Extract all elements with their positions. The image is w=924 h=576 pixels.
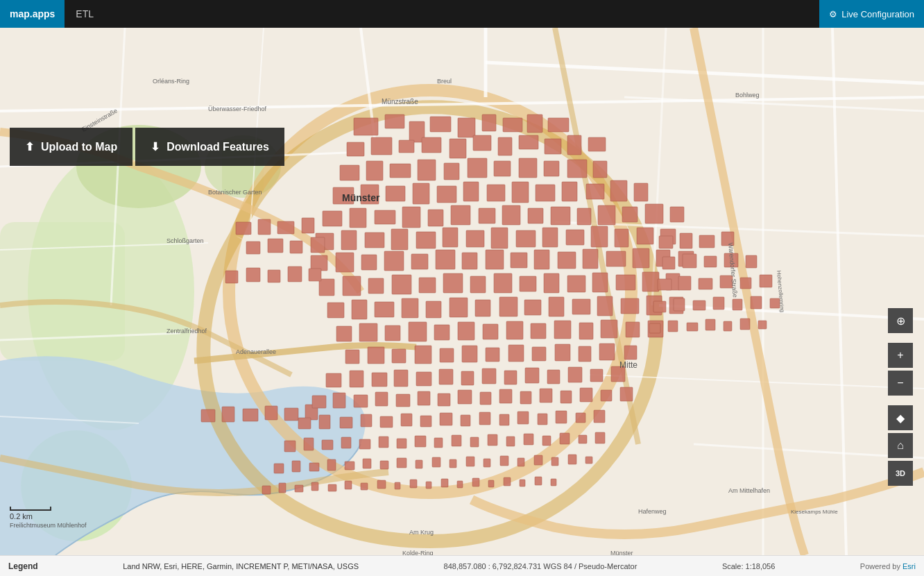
gear-icon: ⚙	[829, 9, 837, 19]
svg-text:Schloßgarten: Schloßgarten	[166, 237, 204, 244]
svg-rect-296	[699, 235, 715, 248]
powered-by-label: Powered by	[860, 562, 900, 570]
svg-rect-282	[377, 480, 386, 489]
svg-rect-36	[371, 137, 392, 155]
threed-button[interactable]: 3D	[888, 461, 913, 486]
svg-rect-86	[341, 230, 357, 250]
svg-rect-121	[443, 273, 463, 293]
svg-text:Münzstraße: Münzstraße	[382, 98, 418, 105]
download-features-button[interactable]: ⬇ Download Features	[135, 128, 284, 166]
svg-rect-286	[441, 479, 448, 487]
svg-rect-258	[309, 463, 319, 471]
svg-rect-309	[653, 301, 666, 312]
svg-rect-45	[588, 137, 606, 151]
svg-rect-112	[606, 251, 626, 266]
svg-rect-120	[419, 278, 436, 293]
svg-rect-82	[622, 207, 638, 222]
svg-rect-136	[450, 298, 468, 317]
svg-rect-110	[558, 252, 576, 269]
zoom-in-icon: +	[897, 349, 903, 362]
svg-rect-137	[475, 300, 490, 316]
svg-rect-53	[519, 158, 537, 178]
svg-rect-163	[415, 346, 431, 364]
svg-rect-250	[506, 437, 515, 446]
svg-rect-178	[268, 239, 283, 253]
svg-rect-263	[397, 458, 407, 468]
svg-rect-134	[402, 298, 418, 318]
svg-rect-139	[524, 300, 541, 315]
compass-button[interactable]: ⊕	[888, 308, 913, 333]
svg-rect-84	[670, 207, 684, 222]
svg-rect-292	[535, 477, 542, 485]
svg-rect-30	[458, 118, 475, 137]
svg-rect-27	[385, 115, 404, 128]
svg-rect-222	[298, 418, 311, 429]
svg-rect-226	[380, 416, 393, 427]
svg-rect-66	[562, 182, 577, 201]
svg-rect-273	[568, 455, 576, 464]
svg-rect-268	[484, 459, 490, 467]
svg-rect-175	[277, 221, 294, 234]
svg-rect-127	[592, 273, 608, 292]
svg-rect-187	[222, 407, 234, 422]
svg-rect-39	[450, 139, 466, 158]
svg-rect-215	[499, 389, 512, 403]
svg-rect-60	[413, 183, 429, 204]
svg-rect-251	[524, 434, 533, 445]
svg-rect-212	[438, 393, 450, 406]
svg-rect-132	[352, 300, 367, 319]
svg-text:Am Mittelhafen: Am Mittelhafen	[728, 487, 770, 494]
svg-rect-98	[637, 228, 653, 244]
svg-rect-256	[274, 464, 284, 473]
zoom-in-button[interactable]: +	[888, 343, 913, 368]
svg-text:Adenauerallee: Adenauerallee	[236, 348, 276, 355]
upload-to-map-button[interactable]: ⬆ Upload to Map	[10, 128, 132, 166]
svg-rect-169	[555, 344, 570, 361]
svg-text:Freilichtmuseum Mühlenhof: Freilichtmuseum Mühlenhof	[10, 522, 87, 529]
svg-rect-158	[626, 322, 640, 337]
live-config-button[interactable]: ⚙ Live Configuration	[819, 0, 924, 28]
svg-rect-238	[284, 441, 296, 452]
svg-rect-126	[567, 276, 585, 292]
svg-rect-283	[395, 482, 400, 489]
svg-rect-259	[327, 459, 336, 471]
svg-rect-284	[410, 480, 417, 488]
svg-rect-105	[436, 250, 455, 269]
svg-text:Bohlweg: Bohlweg	[735, 92, 760, 99]
svg-rect-101	[336, 253, 354, 272]
svg-rect-224	[340, 417, 352, 428]
svg-rect-59	[386, 186, 405, 201]
svg-rect-148	[385, 325, 400, 341]
svg-rect-47	[366, 161, 383, 180]
diamond-button[interactable]: ◆	[888, 405, 913, 430]
svg-rect-261	[363, 459, 371, 468]
svg-rect-154	[531, 323, 546, 339]
svg-rect-107	[486, 250, 504, 269]
map-container[interactable]: Münster Mitte Münzstraße Überwasser-Frie…	[0, 28, 924, 555]
svg-rect-72	[375, 210, 395, 224]
svg-rect-243	[379, 437, 388, 448]
svg-rect-264	[416, 460, 422, 468]
svg-rect-295	[680, 233, 692, 248]
esri-link[interactable]: Esri	[902, 562, 916, 570]
svg-rect-164	[440, 348, 454, 362]
svg-rect-129	[642, 272, 659, 291]
svg-rect-96	[591, 226, 608, 247]
svg-rect-200	[504, 371, 517, 384]
svg-rect-305	[699, 278, 712, 289]
svg-rect-41	[498, 137, 512, 155]
threed-icon: 3D	[896, 469, 905, 477]
home-button[interactable]: ⌂	[888, 433, 913, 458]
svg-rect-91	[466, 230, 484, 247]
coordinates-info: 848,857.080 : 6,792,824.731 WGS 84 / Pse…	[444, 562, 638, 570]
zoom-out-button[interactable]: −	[888, 371, 913, 396]
svg-rect-302	[746, 255, 757, 268]
svg-rect-111	[583, 249, 598, 269]
svg-rect-135	[426, 301, 441, 318]
svg-rect-285	[426, 482, 431, 489]
svg-rect-118	[368, 278, 384, 294]
svg-rect-254	[579, 435, 587, 443]
svg-rect-172	[624, 346, 637, 359]
svg-rect-133	[375, 302, 394, 317]
svg-rect-77	[502, 205, 520, 225]
